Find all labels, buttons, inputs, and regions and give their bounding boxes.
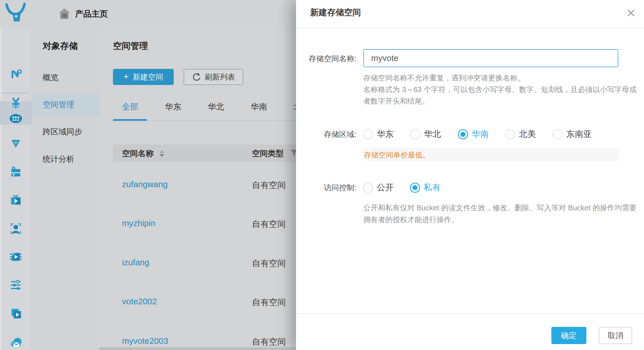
nav-logo-n-icon[interactable] — [0, 65, 32, 83]
radio-circle — [410, 129, 420, 139]
home-icon[interactable] — [58, 8, 71, 21]
column-header-space-type: 空间类型 — [252, 148, 284, 159]
access-radio-private[interactable]: 私有 — [410, 182, 441, 193]
sort-down-caret — [160, 154, 164, 157]
radio-circle — [363, 183, 373, 193]
horizontal-scrollbar[interactable] — [99, 347, 296, 350]
active-tab-underline — [113, 119, 147, 121]
bucket-link[interactable]: zufangwang — [122, 180, 168, 189]
table-row: vote2002 — [122, 297, 157, 306]
icon-sidebar-divider — [2, 93, 28, 93]
modal-title: 新建存储空间 — [310, 7, 361, 18]
radio-circle — [363, 129, 373, 139]
sort-up-caret — [160, 150, 164, 153]
page-title: 空间管理 — [113, 40, 148, 52]
table-row: zufangwang — [122, 180, 168, 189]
confirm-button[interactable]: 确定 — [551, 327, 586, 344]
tab-north-china[interactable]: 华北 — [208, 100, 224, 113]
nav-server-list-icon[interactable] — [0, 163, 32, 181]
sidebar-title: 对象存储 — [43, 40, 78, 52]
access-radio-public[interactable]: 公开 — [363, 182, 394, 193]
refresh-button-label: 刷新列表 — [205, 72, 235, 82]
radio-circle — [505, 129, 515, 139]
new-space-button[interactable]: + 新建空间 — [113, 69, 174, 85]
region-radio-east-china[interactable]: 华东 — [363, 128, 394, 140]
nav-cloud-mail-icon[interactable] — [0, 333, 32, 350]
bucket-type: 自有空间 — [252, 336, 286, 348]
radio-circle — [552, 129, 563, 139]
table-row: izufang — [122, 258, 149, 267]
tab-all[interactable]: 全部 — [122, 100, 138, 113]
radio-circle-checked — [458, 129, 468, 139]
bucket-type: 自有空间 — [252, 218, 286, 230]
nav-triangle-dora-icon[interactable] — [0, 135, 32, 153]
bucket-type: 自有空间 — [252, 180, 286, 191]
region-field-label: 存储区域: — [296, 129, 356, 139]
modal-footer-divider — [296, 313, 644, 314]
sidebar-item-cross-region-sync[interactable]: 跨区域同步 — [32, 124, 99, 140]
nav-object-storage-icon[interactable] — [0, 107, 32, 130]
sidebar-item-space-management[interactable]: 空间管理 — [32, 94, 99, 115]
nav-tv-live-icon[interactable] — [0, 191, 32, 209]
new-space-button-label: 新建空间 — [133, 72, 163, 82]
region-note-text: 存储空间单价最低。 — [364, 150, 430, 160]
tab-south-china[interactable]: 华南 — [251, 100, 267, 113]
region-radio-north-china[interactable]: 华北 — [410, 128, 441, 140]
bucket-type: 自有空间 — [252, 297, 286, 308]
table-row: myvote2003 — [122, 336, 168, 346]
sidebar-item-overview[interactable]: 概览 — [32, 70, 99, 86]
access-help-text: 公开和私有仅对 Bucket 的读文件生效，修改、删除、写入等对 Bucket … — [363, 202, 637, 226]
region-radio-south-china[interactable]: 华南 — [458, 128, 489, 140]
nav-film-processing-icon[interactable] — [0, 248, 32, 266]
close-icon[interactable] — [625, 7, 637, 19]
refresh-list-button[interactable]: 刷新列表 — [184, 69, 243, 85]
bucket-link[interactable]: myvote2003 — [122, 336, 168, 345]
plus-icon: + — [123, 72, 129, 81]
qiniu-logo-icon[interactable] — [5, 3, 27, 25]
nav-video-stack-icon[interactable] — [0, 305, 32, 323]
icon-sidebar — [0, 27, 32, 350]
bucket-name-input[interactable] — [363, 49, 618, 67]
tab-east-china[interactable]: 华东 — [165, 100, 181, 113]
refresh-icon — [192, 73, 201, 82]
name-field-label: 存储空间名称: — [296, 54, 356, 64]
cancel-button[interactable]: 取消 — [599, 327, 632, 344]
modal-header-divider — [296, 28, 644, 28]
region-radio-north-america[interactable]: 北美 — [505, 128, 536, 140]
bucket-link[interactable]: izufang — [122, 258, 149, 267]
bucket-link[interactable]: vote2002 — [122, 297, 157, 306]
sidebar-item-statistics[interactable]: 统计分析 — [32, 151, 99, 167]
sort-icon[interactable] — [160, 150, 164, 157]
bucket-link[interactable]: myzhipin — [122, 218, 155, 228]
create-bucket-modal: 新建存储空间 存储空间名称: 存储空间名称不允许重复，遇到冲突请更换名称。 名称… — [296, 0, 644, 350]
table-row: myzhipin — [122, 218, 155, 228]
region-radio-southeast-asia[interactable]: 东南亚 — [552, 128, 592, 140]
radio-circle-checked — [410, 183, 420, 193]
product-home-label[interactable]: 产品主页 — [75, 8, 108, 20]
product-sidebar: 对象存储 概览 空间管理 跨区域同步 统计分析 — [32, 27, 100, 350]
name-help-text: 存储空间名称不允许重复，遇到冲突请更换名称。 名称格式为 3～63 个字符，可以… — [363, 72, 637, 107]
bucket-type: 自有空间 — [252, 258, 286, 269]
nav-face-recognition-icon[interactable] — [0, 220, 32, 238]
access-field-label: 访问控制: — [296, 183, 356, 193]
column-header-space-name: 空间名称 — [122, 148, 154, 159]
nav-sliders-tuning-icon[interactable] — [0, 276, 32, 294]
